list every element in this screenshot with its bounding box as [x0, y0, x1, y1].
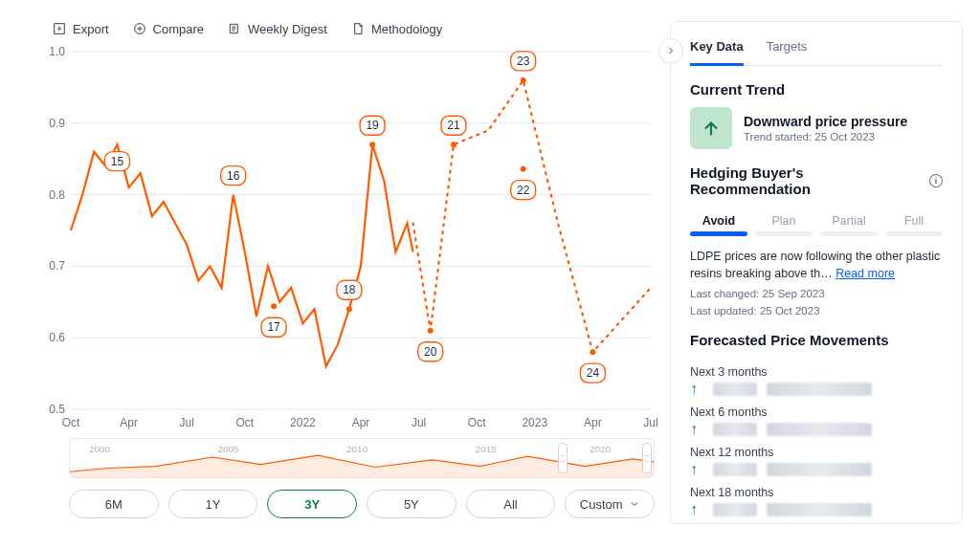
scrub-tick-2015: 2015	[476, 444, 497, 454]
fpm-value-12m-pct	[713, 463, 757, 476]
svg-text:1.0: 1.0	[49, 46, 65, 58]
svg-text:Apr: Apr	[584, 416, 602, 429]
scrubber-handle-end[interactable]	[642, 443, 652, 473]
news-icon	[227, 21, 242, 36]
range-button-row: 6M 1Y 3Y 5Y All Custom	[69, 490, 655, 518]
svg-text:0.8: 0.8	[49, 188, 65, 202]
fpm-value-3m-abs	[767, 383, 872, 396]
hedging-heading: Hedging Buyer's Recommendation i	[690, 164, 943, 197]
svg-text:Oct: Oct	[62, 416, 80, 429]
fpm-value-6m-abs	[767, 423, 872, 436]
price-chart[interactable]: 1.00.90.80.70.60.5OctAprJulOct2022AprJul…	[46, 46, 658, 430]
range-3y-button[interactable]: 3Y	[267, 490, 357, 518]
tab-key-data[interactable]: Key Data	[690, 35, 744, 66]
doc-icon	[350, 21, 366, 36]
range-1y-button[interactable]: 1Y	[168, 490, 258, 518]
svg-text:0.7: 0.7	[49, 259, 65, 273]
svg-text:Jul: Jul	[180, 416, 194, 429]
svg-text:19: 19	[366, 119, 379, 132]
fpm-value-3m-pct	[713, 383, 757, 396]
svg-text:15: 15	[111, 155, 124, 168]
svg-text:Apr: Apr	[120, 416, 138, 429]
arrow-up-icon: ↑	[690, 421, 703, 438]
chevron-down-icon	[629, 498, 640, 510]
svg-point-37	[428, 328, 434, 334]
panel-tabs: Key Data Targets	[690, 35, 943, 66]
scrub-tick-2010: 2010	[346, 444, 368, 454]
hedge-opt-full[interactable]: Full	[885, 214, 943, 236]
fpm-row-3m: Next 3 months ↑	[690, 365, 943, 398]
trend-subtitle: Trend started: 25 Oct 2023	[744, 131, 907, 142]
fpm-value-12m-abs	[767, 463, 872, 476]
scrub-tick-2005: 2005	[217, 444, 238, 454]
trend-up-icon	[690, 107, 732, 149]
plus-circle-icon	[132, 21, 147, 36]
arrow-up-icon: ↑	[690, 381, 703, 398]
svg-text:0.5: 0.5	[49, 403, 65, 416]
trend-title: Downward price pressure	[744, 114, 907, 129]
arrow-up-icon: ↑	[690, 501, 703, 518]
digest-label: Weekly Digest	[248, 22, 327, 36]
scrubber-handle-start[interactable]	[558, 443, 568, 473]
svg-point-28	[271, 303, 277, 309]
svg-text:0.9: 0.9	[49, 117, 65, 130]
svg-point-46	[521, 77, 526, 83]
scrub-tick-2000: 2000	[89, 444, 111, 454]
weekly-digest-button[interactable]: Weekly Digest	[227, 21, 327, 36]
fpm-value-18m-abs	[767, 503, 872, 516]
svg-text:0.6: 0.6	[49, 331, 65, 344]
svg-text:18: 18	[343, 283, 356, 296]
svg-text:22: 22	[517, 184, 530, 197]
chart-toolbar: Export Compare Weekly Digest Methodology	[46, 21, 658, 46]
tab-targets[interactable]: Targets	[767, 35, 808, 65]
hedging-last-changed: Last changed: 25 Sep 2023	[690, 288, 943, 299]
svg-text:24: 24	[587, 366, 600, 380]
svg-text:16: 16	[227, 169, 240, 183]
hedging-description: LDPE prices are now following the other …	[690, 248, 943, 282]
svg-text:17: 17	[267, 320, 280, 334]
hedge-opt-avoid[interactable]: Avoid	[690, 214, 747, 236]
fpm-value-6m-pct	[713, 423, 757, 436]
svg-text:20: 20	[424, 345, 437, 359]
side-panel: Key Data Targets Current Trend Downward …	[670, 21, 963, 524]
svg-text:21: 21	[447, 119, 460, 132]
hedge-opt-partial[interactable]: Partial	[820, 214, 878, 236]
svg-point-43	[521, 166, 526, 172]
svg-point-31	[346, 306, 352, 312]
svg-text:23: 23	[517, 55, 530, 68]
svg-point-49	[590, 349, 595, 355]
scrub-tick-2020: 2020	[590, 444, 612, 454]
current-trend-heading: Current Trend	[690, 81, 943, 98]
download-icon	[52, 21, 67, 36]
fpm-value-18m-pct	[713, 503, 757, 516]
fpm-row-18m: Next 18 months ↑	[690, 486, 943, 518]
panel-collapse-button[interactable]	[658, 38, 683, 63]
export-button[interactable]: Export	[52, 21, 109, 36]
range-scrubber[interactable]: 2000 2005 2010 2015 2020	[69, 438, 655, 478]
svg-text:2023: 2023	[522, 416, 547, 429]
svg-point-34	[369, 142, 375, 147]
range-all-button[interactable]: All	[466, 490, 556, 518]
chevron-right-icon	[665, 45, 677, 56]
fpm-row-6m: Next 6 months ↑	[690, 405, 943, 438]
info-icon[interactable]: i	[929, 174, 943, 187]
trend-card: Downward price pressure Trend started: 2…	[690, 107, 943, 149]
svg-text:2022: 2022	[290, 416, 316, 429]
svg-text:Apr: Apr	[352, 416, 370, 429]
fpm-row-12m: Next 12 months ↑	[690, 446, 943, 478]
fpm-heading: Forecasted Price Movements	[690, 332, 943, 348]
method-label: Methodology	[371, 22, 442, 36]
svg-text:Jul: Jul	[412, 416, 426, 429]
compare-label: Compare	[153, 22, 204, 36]
export-label: Export	[73, 22, 109, 36]
read-more-link[interactable]: Read more	[835, 267, 895, 280]
compare-button[interactable]: Compare	[132, 21, 204, 36]
hedge-opt-plan[interactable]: Plan	[755, 214, 813, 236]
hedging-scale: Avoid Plan Partial Full	[690, 214, 943, 236]
svg-text:Oct: Oct	[468, 416, 486, 429]
arrow-up-icon: ↑	[690, 461, 703, 478]
range-6m-button[interactable]: 6M	[69, 490, 159, 518]
methodology-button[interactable]: Methodology	[350, 21, 442, 36]
range-5y-button[interactable]: 5Y	[367, 490, 457, 518]
range-custom-button[interactable]: Custom	[565, 490, 655, 518]
